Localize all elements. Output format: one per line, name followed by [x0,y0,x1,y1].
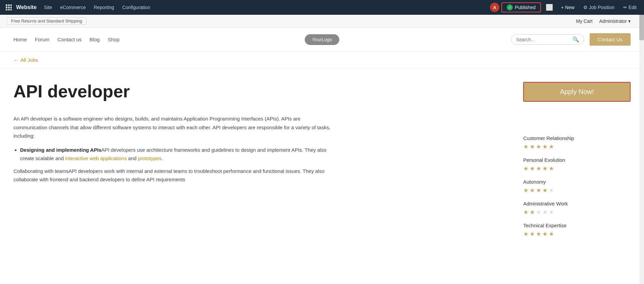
star-filled-icon: ★ [536,143,541,150]
star-filled-icon: ★ [542,187,548,194]
nav-shop[interactable]: Shop [108,37,119,42]
star-filled-icon: ★ [536,187,541,194]
skill-name-4: Technical Expertise [523,223,631,228]
bullet-end: . [161,155,163,161]
new-btn[interactable]: + New [558,3,578,11]
star-filled-icon: ★ [536,230,541,238]
skill-item-4: Technical Expertise★★★★★ [523,223,631,238]
top-nav-right: A ✓ Published ⬜ + New ⚙ Job Position ✏ E… [490,2,640,12]
mobile-icon-btn[interactable]: ⬜ [543,2,556,12]
edit-btn[interactable]: ✏ Edit [620,3,640,11]
nav-blog[interactable]: Blog [90,37,100,42]
check-circle-icon: ✓ [507,4,513,10]
top-nav: Website Site eCommerce Reporting Configu… [0,0,644,15]
bullet-title: Designing and implementing APIs [20,147,101,153]
collab-text: Collaborating with teamsAPI developers w… [13,167,336,184]
star-filled-icon: ★ [542,165,548,172]
my-cart-link[interactable]: My Cart [576,18,593,24]
breadcrumb-label: All Jobs [20,57,38,63]
nav-home[interactable]: Home [13,37,27,42]
job-title: API developer [13,82,503,101]
published-btn[interactable]: ✓ Published [501,2,541,12]
svg-rect-4 [8,7,10,8]
bullet-link2[interactable]: prototypes [138,155,161,161]
job-bullet-1: Designing and implementing APIsAPI devel… [20,146,336,163]
skill-stars-4: ★★★★★ [523,230,631,238]
star-empty-icon: ★ [549,187,554,194]
nav-reporting[interactable]: Reporting [90,3,117,11]
published-label: Published [515,5,536,10]
star-filled-icon: ★ [523,230,529,238]
skill-item-3: Administrative Work★★★★★ [523,201,631,216]
nav-links: Home Forum Contact us Blog Shop [13,37,119,42]
website-nav-right: 🔍 Contact Us [511,33,631,46]
star-filled-icon: ★ [549,143,554,150]
star-filled-icon: ★ [542,230,548,238]
nav-configuration[interactable]: Configuration [119,3,153,11]
skill-stars-1: ★★★★★ [523,165,631,172]
skill-name-1: Personal Evolution [523,157,631,163]
svg-rect-2 [10,4,12,6]
site-logo[interactable]: YourLogo [305,34,340,45]
star-filled-icon: ★ [542,143,548,150]
skill-name-3: Administrative Work [523,201,631,206]
nav-site[interactable]: Site [41,3,55,11]
nav-ecommerce[interactable]: eCommerce [57,3,89,11]
main-content: API developer An API developer is a soft… [0,68,644,258]
contact-us-button[interactable]: Contact Us [590,33,631,46]
skill-name-0: Customer Relationship [523,135,631,141]
logo-area: YourLogo [305,34,340,45]
search-box[interactable]: 🔍 [511,34,584,45]
breadcrumb-arrow-icon: ← [13,57,18,63]
star-filled-icon: ★ [530,165,535,172]
all-jobs-link[interactable]: ← All Jobs [13,57,38,63]
announcement-bar: Free Returns and Standard Shipping My Ca… [0,15,644,28]
skill-stars-0: ★★★★★ [523,143,631,150]
star-empty-icon: ★ [542,208,548,216]
star-filled-icon: ★ [530,230,535,238]
announcement-right: My Cart Administrator ▾ [576,18,631,24]
star-filled-icon: ★ [530,187,535,194]
star-filled-icon: ★ [523,208,529,216]
job-position-btn[interactable]: ⚙ Job Position [580,3,618,11]
search-icon[interactable]: 🔍 [573,36,579,43]
admin-arrow-icon: ▾ [628,18,631,24]
star-filled-icon: ★ [523,165,529,172]
skill-item-1: Personal Evolution★★★★★ [523,157,631,172]
apply-now-button[interactable]: Apply Now! [523,82,631,102]
svg-rect-8 [10,9,12,10]
breadcrumb: ← All Jobs [0,52,644,68]
logo-text: YourLogo [312,37,332,42]
svg-rect-0 [6,4,7,6]
search-input[interactable] [516,37,570,42]
star-filled-icon: ★ [549,230,554,238]
svg-rect-3 [6,7,7,8]
job-sidebar: Apply Now! Customer Relationship★★★★★Per… [523,82,631,244]
brand-label[interactable]: Website [16,4,37,10]
svg-rect-7 [8,9,10,10]
avatar-btn[interactable]: A [490,3,499,12]
svg-rect-1 [8,4,10,6]
job-description: An API developer is a software engineer … [13,114,336,184]
website-nav: Home Forum Contact us Blog Shop YourLogo… [0,28,644,52]
skill-item-2: Autonomy★★★★★ [523,179,631,194]
star-filled-icon: ★ [523,143,529,150]
star-filled-icon: ★ [549,165,554,172]
announcement-text: Free Returns and Standard Shipping [7,17,87,25]
skill-item-0: Customer Relationship★★★★★ [523,135,631,150]
admin-dropdown[interactable]: Administrator ▾ [599,18,631,24]
job-intro-text: An API developer is a software engineer … [13,114,336,140]
nav-forum[interactable]: Forum [35,37,49,42]
svg-rect-5 [10,7,12,8]
star-empty-icon: ★ [549,208,554,216]
bullet-link1[interactable]: interactive web applications [65,155,127,161]
star-filled-icon: ★ [523,187,529,194]
star-empty-icon: ★ [536,208,541,216]
skill-stars-3: ★★★★★ [523,208,631,216]
job-content: API developer An API developer is a soft… [13,82,503,244]
bullet-link-between: and [127,155,138,161]
svg-rect-6 [6,9,7,10]
grid-icon[interactable] [4,3,13,12]
star-filled-icon: ★ [530,208,535,216]
nav-contact-us[interactable]: Contact us [57,37,82,42]
